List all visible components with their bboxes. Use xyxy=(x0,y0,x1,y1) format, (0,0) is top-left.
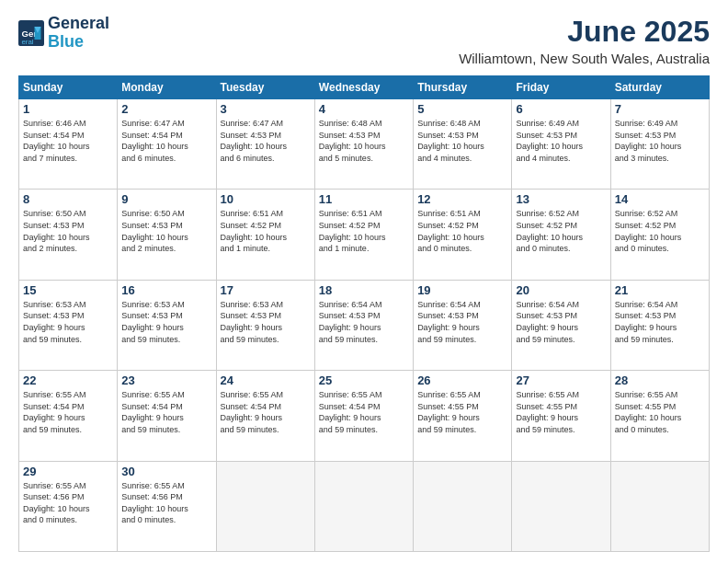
day-info: Sunrise: 6:53 AM Sunset: 4:53 PM Dayligh… xyxy=(121,299,211,345)
day-info: Sunrise: 6:55 AM Sunset: 4:54 PM Dayligh… xyxy=(221,389,311,435)
title-block: June 2025 Williamtown, New South Wales, … xyxy=(459,15,710,66)
day-info: Sunrise: 6:55 AM Sunset: 4:55 PM Dayligh… xyxy=(615,389,705,435)
table-row xyxy=(216,461,314,551)
table-row: 8Sunrise: 6:50 AM Sunset: 4:53 PM Daylig… xyxy=(19,190,118,280)
subtitle: Williamtown, New South Wales, Australia xyxy=(459,51,710,66)
day-number: 17 xyxy=(221,283,311,297)
day-number: 30 xyxy=(121,465,211,478)
table-row: 1Sunrise: 6:46 AM Sunset: 4:54 PM Daylig… xyxy=(19,99,118,190)
day-info: Sunrise: 6:46 AM Sunset: 4:54 PM Dayligh… xyxy=(23,118,113,164)
weekday-header-row: Sunday Monday Tuesday Wednesday Thursday… xyxy=(19,76,710,99)
table-row: 22Sunrise: 6:55 AM Sunset: 4:54 PM Dayli… xyxy=(19,371,118,461)
day-number: 7 xyxy=(615,102,705,116)
day-number: 3 xyxy=(221,102,311,116)
day-info: Sunrise: 6:51 AM Sunset: 4:52 PM Dayligh… xyxy=(319,208,409,254)
header-tuesday: Tuesday xyxy=(216,76,314,99)
day-info: Sunrise: 6:54 AM Sunset: 4:53 PM Dayligh… xyxy=(516,299,606,345)
day-info: Sunrise: 6:50 AM Sunset: 4:53 PM Dayligh… xyxy=(23,208,113,254)
table-row: 24Sunrise: 6:55 AM Sunset: 4:54 PM Dayli… xyxy=(216,371,314,461)
day-info: Sunrise: 6:55 AM Sunset: 4:55 PM Dayligh… xyxy=(417,389,507,435)
table-row: 21Sunrise: 6:54 AM Sunset: 4:53 PM Dayli… xyxy=(610,280,709,370)
day-number: 6 xyxy=(516,102,606,116)
day-number: 8 xyxy=(23,192,113,206)
table-row: 5Sunrise: 6:48 AM Sunset: 4:53 PM Daylig… xyxy=(414,99,512,190)
table-row: 29Sunrise: 6:55 AM Sunset: 4:56 PM Dayli… xyxy=(19,461,118,551)
day-number: 15 xyxy=(23,283,113,297)
day-info: Sunrise: 6:49 AM Sunset: 4:53 PM Dayligh… xyxy=(615,118,705,164)
day-info: Sunrise: 6:54 AM Sunset: 4:53 PM Dayligh… xyxy=(417,299,507,345)
table-row: 16Sunrise: 6:53 AM Sunset: 4:53 PM Dayli… xyxy=(118,280,216,370)
day-number: 25 xyxy=(319,373,409,387)
table-row: 10Sunrise: 6:51 AM Sunset: 4:52 PM Dayli… xyxy=(216,190,314,280)
header-saturday: Saturday xyxy=(610,76,709,99)
table-row: 4Sunrise: 6:48 AM Sunset: 4:53 PM Daylig… xyxy=(314,99,413,190)
svg-text:eral: eral xyxy=(22,38,34,46)
table-row: 14Sunrise: 6:52 AM Sunset: 4:52 PM Dayli… xyxy=(610,190,709,280)
table-row: 23Sunrise: 6:55 AM Sunset: 4:54 PM Dayli… xyxy=(118,371,216,461)
day-info: Sunrise: 6:53 AM Sunset: 4:53 PM Dayligh… xyxy=(221,299,311,345)
table-row: 18Sunrise: 6:54 AM Sunset: 4:53 PM Dayli… xyxy=(314,280,413,370)
table-row xyxy=(414,461,512,551)
day-number: 16 xyxy=(121,283,211,297)
day-number: 9 xyxy=(121,192,211,206)
day-number: 29 xyxy=(23,465,113,478)
day-info: Sunrise: 6:54 AM Sunset: 4:53 PM Dayligh… xyxy=(319,299,409,345)
calendar-table: Sunday Monday Tuesday Wednesday Thursday… xyxy=(18,75,710,552)
day-info: Sunrise: 6:54 AM Sunset: 4:53 PM Dayligh… xyxy=(615,299,705,345)
header-wednesday: Wednesday xyxy=(314,76,413,99)
day-number: 2 xyxy=(121,102,211,116)
table-row: 27Sunrise: 6:55 AM Sunset: 4:55 PM Dayli… xyxy=(512,371,610,461)
table-row: 19Sunrise: 6:54 AM Sunset: 4:53 PM Dayli… xyxy=(414,280,512,370)
day-number: 24 xyxy=(221,373,311,387)
day-info: Sunrise: 6:47 AM Sunset: 4:54 PM Dayligh… xyxy=(121,118,211,164)
table-row: 15Sunrise: 6:53 AM Sunset: 4:53 PM Dayli… xyxy=(19,280,118,370)
table-row: 9Sunrise: 6:50 AM Sunset: 4:53 PM Daylig… xyxy=(118,190,216,280)
day-info: Sunrise: 6:52 AM Sunset: 4:52 PM Dayligh… xyxy=(615,208,705,254)
header-friday: Friday xyxy=(512,76,610,99)
day-info: Sunrise: 6:55 AM Sunset: 4:55 PM Dayligh… xyxy=(516,389,606,435)
logo: Gen eral GeneralBlue xyxy=(18,15,109,52)
day-number: 19 xyxy=(417,283,507,297)
day-info: Sunrise: 6:55 AM Sunset: 4:56 PM Dayligh… xyxy=(23,480,113,526)
table-row: 30Sunrise: 6:55 AM Sunset: 4:56 PM Dayli… xyxy=(118,461,216,551)
day-number: 20 xyxy=(516,283,606,297)
day-number: 23 xyxy=(121,373,211,387)
day-info: Sunrise: 6:48 AM Sunset: 4:53 PM Dayligh… xyxy=(417,118,507,164)
day-info: Sunrise: 6:49 AM Sunset: 4:53 PM Dayligh… xyxy=(516,118,606,164)
day-number: 4 xyxy=(319,102,409,116)
table-row: 2Sunrise: 6:47 AM Sunset: 4:54 PM Daylig… xyxy=(118,99,216,190)
day-number: 14 xyxy=(615,192,705,206)
day-info: Sunrise: 6:55 AM Sunset: 4:56 PM Dayligh… xyxy=(121,480,211,526)
table-row: 11Sunrise: 6:51 AM Sunset: 4:52 PM Dayli… xyxy=(314,190,413,280)
day-info: Sunrise: 6:51 AM Sunset: 4:52 PM Dayligh… xyxy=(417,208,507,254)
day-info: Sunrise: 6:51 AM Sunset: 4:52 PM Dayligh… xyxy=(221,208,311,254)
table-row: 25Sunrise: 6:55 AM Sunset: 4:54 PM Dayli… xyxy=(314,371,413,461)
day-number: 11 xyxy=(319,192,409,206)
day-info: Sunrise: 6:47 AM Sunset: 4:53 PM Dayligh… xyxy=(221,118,311,164)
table-row xyxy=(314,461,413,551)
day-number: 5 xyxy=(417,102,507,116)
table-row: 17Sunrise: 6:53 AM Sunset: 4:53 PM Dayli… xyxy=(216,280,314,370)
day-info: Sunrise: 6:50 AM Sunset: 4:53 PM Dayligh… xyxy=(121,208,211,254)
main-title: June 2025 xyxy=(459,15,710,49)
day-number: 18 xyxy=(319,283,409,297)
day-number: 12 xyxy=(417,192,507,206)
day-number: 28 xyxy=(615,373,705,387)
table-row: 7Sunrise: 6:49 AM Sunset: 4:53 PM Daylig… xyxy=(610,99,709,190)
table-row: 20Sunrise: 6:54 AM Sunset: 4:53 PM Dayli… xyxy=(512,280,610,370)
table-row: 26Sunrise: 6:55 AM Sunset: 4:55 PM Dayli… xyxy=(414,371,512,461)
day-number: 27 xyxy=(516,373,606,387)
day-info: Sunrise: 6:53 AM Sunset: 4:53 PM Dayligh… xyxy=(23,299,113,345)
day-number: 13 xyxy=(516,192,606,206)
table-row xyxy=(512,461,610,551)
logo-text: GeneralBlue xyxy=(48,15,109,52)
day-info: Sunrise: 6:55 AM Sunset: 4:54 PM Dayligh… xyxy=(121,389,211,435)
table-row: 13Sunrise: 6:52 AM Sunset: 4:52 PM Dayli… xyxy=(512,190,610,280)
day-number: 10 xyxy=(221,192,311,206)
table-row: 28Sunrise: 6:55 AM Sunset: 4:55 PM Dayli… xyxy=(610,371,709,461)
day-number: 1 xyxy=(23,102,113,116)
logo-icon: Gen eral xyxy=(18,20,44,46)
table-row: 3Sunrise: 6:47 AM Sunset: 4:53 PM Daylig… xyxy=(216,99,314,190)
header-sunday: Sunday xyxy=(19,76,118,99)
day-info: Sunrise: 6:48 AM Sunset: 4:53 PM Dayligh… xyxy=(319,118,409,164)
